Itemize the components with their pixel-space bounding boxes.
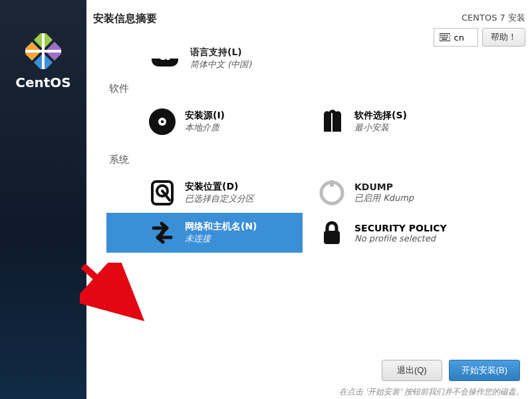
spoke-security-policy[interactable]: SECURITY POLICY No profile selected: [303, 213, 499, 253]
svg-rect-8: [442, 35, 444, 36]
spoke-title: SECURITY POLICY: [354, 223, 447, 233]
svg-rect-17: [442, 39, 447, 40]
svg-rect-5: [25, 50, 61, 53]
spoke-kdump[interactable]: KDUMP 已启用 Kdump: [303, 173, 499, 213]
spoke-subtitle: 本地介质: [185, 122, 225, 134]
spoke-title: 安装位置(D): [185, 181, 254, 193]
spoke-network-hostname[interactable]: 网络和主机名(N) 未连接: [106, 213, 303, 253]
help-button[interactable]: 帮助！: [482, 28, 525, 47]
package-icon: [315, 104, 349, 139]
keyboard-icon: [440, 33, 450, 41]
spoke-subtitle: 最小安装: [354, 122, 407, 134]
spoke-subtitle: No profile selected: [354, 233, 447, 243]
brand-label: CentOS: [15, 74, 70, 90]
content-area: á 语言支持(L) 简体中文 (中国) 软件 安装源(I) 本地介质: [86, 47, 532, 399]
keyboard-layout-label: cn: [454, 33, 464, 43]
spoke-subtitle: 未连接: [185, 233, 257, 245]
main-panel: 安装信息摘要 CENTOS 7 安装 cn 帮助！ á 语言支持(L) 简体中文…: [86, 0, 532, 399]
svg-rect-10: [445, 35, 446, 36]
disk-icon: [145, 176, 180, 210]
category-label-software: 软件: [109, 82, 532, 95]
network-icon: [145, 215, 180, 250]
spoke-title: 网络和主机名(N): [185, 221, 257, 233]
svg-text:á: á: [159, 59, 172, 65]
centos-logo: CentOS: [15, 33, 70, 90]
svg-rect-12: [440, 37, 442, 38]
svg-rect-15: [445, 37, 446, 38]
spoke-install-source[interactable]: 安装源(I) 本地介质: [106, 102, 303, 142]
product-label: CENTOS 7 安装: [462, 12, 525, 24]
svg-rect-14: [444, 37, 445, 38]
header: 安装信息摘要 CENTOS 7 安装 cn 帮助！: [86, 0, 532, 47]
disc-icon: [145, 104, 180, 139]
spoke-subtitle: 简体中文 (中国): [190, 59, 251, 70]
spoke-language-support[interactable]: á 语言支持(L) 简体中文 (中国): [106, 47, 532, 70]
spoke-subtitle: 已启用 Kdump: [354, 192, 414, 204]
quit-button[interactable]: 退出(Q): [382, 360, 442, 381]
svg-rect-16: [447, 37, 448, 38]
svg-rect-11: [447, 35, 448, 36]
lock-icon: [315, 215, 349, 250]
svg-rect-9: [444, 35, 445, 36]
kdump-icon: [315, 176, 349, 210]
svg-rect-27: [324, 231, 340, 244]
spoke-title: 软件选择(S): [354, 110, 407, 122]
svg-point-22: [161, 120, 164, 123]
spoke-title: 安装源(I): [185, 110, 225, 122]
category-label-system: 系统: [109, 154, 532, 166]
svg-rect-13: [442, 37, 444, 38]
keyboard-layout-indicator[interactable]: cn: [434, 28, 478, 47]
spoke-software-selection[interactable]: 软件选择(S) 最小安装: [303, 102, 499, 142]
page-title: 安装信息摘要: [93, 12, 157, 26]
spoke-title: 语言支持(L): [190, 47, 251, 59]
svg-rect-7: [440, 35, 442, 36]
sidebar: CentOS: [0, 0, 86, 399]
footer: 退出(Q) 开始安装(B) 在点击 '开始安装' 按钮前我们并不会操作您的磁盘。: [86, 356, 532, 399]
spoke-title: KDUMP: [354, 182, 414, 192]
spoke-install-destination[interactable]: 安装位置(D) 已选择自定义分区: [106, 173, 303, 213]
begin-install-button[interactable]: 开始安装(B): [449, 360, 520, 381]
svg-rect-26: [330, 180, 334, 187]
footer-hint: 在点击 '开始安装' 按钮前我们并不会操作您的磁盘。: [86, 386, 527, 398]
language-icon: á: [145, 59, 185, 70]
spoke-subtitle: 已选择自定义分区: [185, 193, 254, 205]
